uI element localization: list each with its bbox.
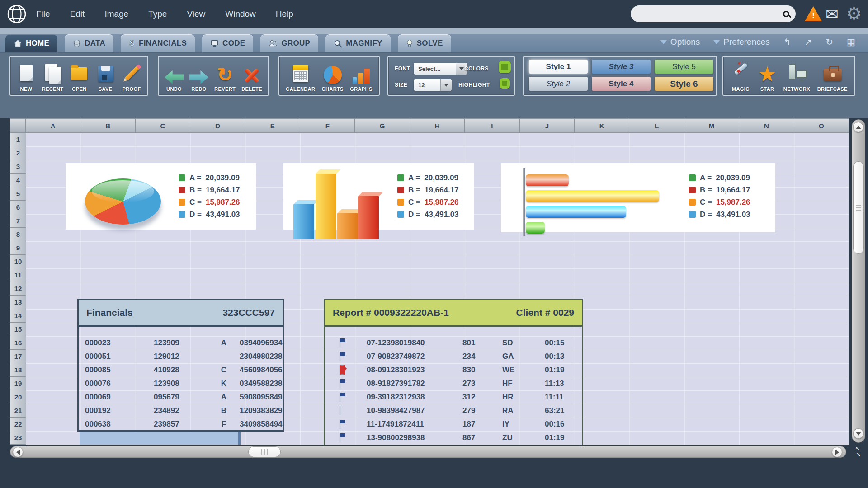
- row-header[interactable]: 6: [10, 201, 26, 214]
- column-header[interactable]: B: [80, 118, 135, 133]
- row-header[interactable]: 18: [10, 363, 26, 377]
- graphs-button[interactable]: GRAPHS: [350, 57, 372, 95]
- row-header[interactable]: 17: [10, 350, 26, 363]
- scroll-right-button[interactable]: [832, 447, 842, 457]
- row-header[interactable]: 22: [10, 418, 26, 431]
- menu-window[interactable]: Window: [225, 9, 256, 19]
- tab-financials[interactable]: $ FINANCIALS: [121, 34, 195, 52]
- column-header[interactable]: J: [520, 118, 575, 133]
- menu-edit[interactable]: Edit: [70, 9, 85, 19]
- row-header[interactable]: 3: [10, 160, 26, 174]
- table-row[interactable]: 08-91827391782 273 HF 11:13: [325, 377, 582, 390]
- style-button[interactable]: Style 5: [655, 60, 713, 74]
- table-row[interactable]: 000076 123908 K 0349588238: [79, 377, 283, 390]
- tab-code[interactable]: CODE: [202, 34, 253, 52]
- size-select[interactable]: 12: [414, 79, 452, 91]
- table-row[interactable]: 07-12398019840 801 SD 00:15: [325, 336, 582, 350]
- star-button[interactable]: ★ STAR: [758, 57, 776, 95]
- tab-data[interactable]: DATA: [65, 34, 113, 52]
- menu-image[interactable]: Image: [104, 9, 128, 19]
- new-button[interactable]: NEW: [16, 57, 37, 95]
- table-row[interactable]: 000085 410928 C 4560984056: [79, 363, 283, 377]
- colors-swatch-button[interactable]: [499, 61, 511, 73]
- style-button[interactable]: Style 4: [592, 77, 651, 91]
- row-header[interactable]: 15: [10, 323, 26, 336]
- row-header[interactable]: 23: [10, 431, 26, 445]
- scroll-down-button[interactable]: [853, 428, 863, 439]
- tab-solve[interactable]: SOLVE: [398, 34, 451, 52]
- table-row[interactable]: 000023 123909 A 0394096934: [79, 336, 283, 350]
- scroll-left-button[interactable]: [13, 447, 23, 457]
- vertical-scroll-thumb[interactable]: [853, 161, 864, 254]
- external-link-icon[interactable]: ↗: [805, 38, 812, 47]
- row-header[interactable]: 4: [10, 174, 26, 187]
- delete-button[interactable]: DELETE: [241, 57, 262, 95]
- row-header[interactable]: 14: [10, 309, 26, 323]
- table-row[interactable]: 000051 129012 2304980238: [79, 350, 283, 363]
- tab-group[interactable]: GROUP: [260, 34, 318, 52]
- refresh-icon[interactable]: ↻: [826, 38, 833, 47]
- row-header[interactable]: 2: [10, 146, 26, 160]
- column-header[interactable]: F: [300, 118, 355, 133]
- table-row[interactable]: 09-39182312938 312 HR 11:11: [325, 390, 582, 404]
- menu-file[interactable]: File: [36, 9, 50, 19]
- proof-button[interactable]: PROOF: [121, 57, 142, 95]
- column-header[interactable]: L: [629, 118, 684, 133]
- column-header[interactable]: I: [465, 118, 519, 133]
- row-header[interactable]: 16: [10, 336, 26, 350]
- style-button[interactable]: Style 1: [529, 60, 588, 74]
- column-header[interactable]: M: [684, 118, 739, 133]
- warning-icon[interactable]: [805, 6, 822, 21]
- settings-gear-icon[interactable]: ⚙: [846, 3, 862, 24]
- font-select[interactable]: Select...: [414, 63, 467, 75]
- table-row[interactable]: 000638 239857 F 3409858494: [79, 418, 283, 431]
- row-header[interactable]: 10: [10, 255, 26, 268]
- row-header[interactable]: 11: [10, 268, 26, 282]
- column-header[interactable]: D: [190, 118, 245, 133]
- menu-help[interactable]: Help: [276, 9, 293, 19]
- fullscreen-expand-icon[interactable]: ↖ ↘: [850, 446, 865, 458]
- return-arrow-icon[interactable]: ↰: [783, 38, 791, 47]
- row-header[interactable]: 1: [10, 133, 26, 146]
- table-row[interactable]: 13-90800298938 867 ZU 01:19: [325, 431, 582, 445]
- row-header[interactable]: 12: [10, 282, 26, 296]
- table-row[interactable]: 000069 095679 A 5908095849: [79, 390, 283, 404]
- redo-button[interactable]: REDO: [189, 57, 208, 95]
- options-dropdown[interactable]: Options: [660, 37, 700, 47]
- table-row[interactable]: 11-17491872411 187 IY 00:16: [325, 418, 582, 431]
- network-button[interactable]: NETWORK: [783, 57, 811, 95]
- column-header[interactable]: K: [575, 118, 629, 133]
- search-input[interactable]: [631, 5, 796, 22]
- table-row[interactable]: 07-90823749872 234 GA 00:13: [325, 350, 582, 363]
- column-header[interactable]: G: [355, 118, 410, 133]
- save-button[interactable]: SAVE: [95, 57, 116, 95]
- table-row[interactable]: 000192 234892 B 1209383829: [79, 404, 283, 418]
- mail-icon[interactable]: ✉: [826, 4, 839, 24]
- column-header[interactable]: H: [410, 118, 465, 133]
- style-button[interactable]: Style 2: [529, 77, 588, 91]
- grid-view-icon[interactable]: ▦: [847, 38, 855, 47]
- column-header[interactable]: N: [739, 118, 794, 133]
- briefcase-button[interactable]: BRIEFCASE: [817, 57, 848, 95]
- recent-button[interactable]: RECENT: [42, 57, 64, 95]
- row-header[interactable]: 19: [10, 377, 26, 390]
- row-header[interactable]: 21: [10, 404, 26, 418]
- row-header[interactable]: 5: [10, 187, 26, 201]
- column-header[interactable]: C: [136, 118, 190, 133]
- row-header[interactable]: 9: [10, 241, 26, 255]
- calendar-button[interactable]: CALENDAR: [286, 57, 315, 95]
- preferences-dropdown[interactable]: Preferences: [713, 37, 769, 47]
- horizontal-scrollbar[interactable]: [10, 446, 846, 458]
- table-row[interactable]: 08-09128301923 830 WE 01:19: [325, 363, 582, 377]
- menu-type[interactable]: Type: [148, 9, 167, 19]
- menu-view[interactable]: View: [187, 9, 205, 19]
- style-button[interactable]: Style 6: [655, 77, 713, 91]
- row-header[interactable]: 20: [10, 390, 26, 404]
- row-header[interactable]: 7: [10, 214, 26, 228]
- select-all-corner[interactable]: [10, 118, 26, 133]
- scroll-up-button[interactable]: [853, 122, 863, 132]
- open-button[interactable]: OPEN: [69, 57, 90, 95]
- revert-button[interactable]: ↻ REVERT: [214, 57, 236, 95]
- magic-button[interactable]: ★★ MAGIC: [730, 57, 751, 95]
- charts-button[interactable]: CHARTS: [322, 57, 344, 95]
